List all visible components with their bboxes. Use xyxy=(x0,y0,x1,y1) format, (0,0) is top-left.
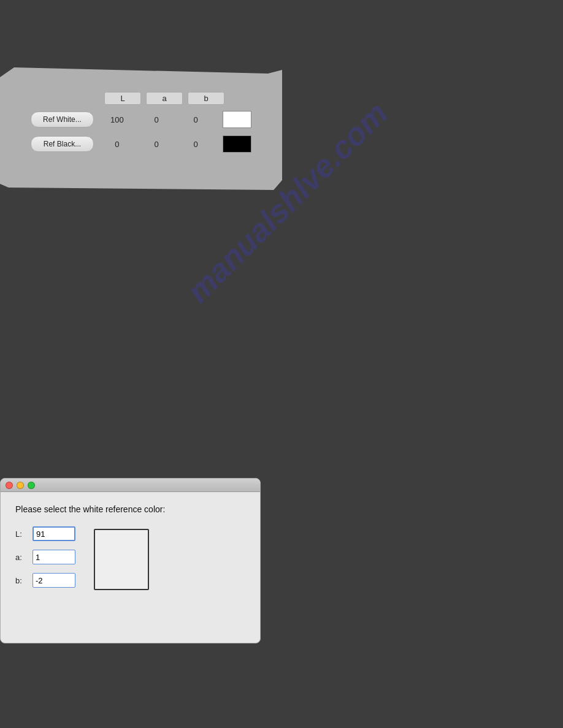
white-reference-dialog: Please select the white reference color:… xyxy=(0,478,261,643)
column-headers: L a b xyxy=(104,92,251,105)
field-label-b: b: xyxy=(15,576,28,585)
field-row-l: L: xyxy=(15,526,75,541)
field-row-b: b: xyxy=(15,573,75,588)
ref-black-b-value: 0 xyxy=(178,140,213,149)
ref-black-a-value: 0 xyxy=(139,140,174,149)
ref-white-b-value: 0 xyxy=(178,115,213,124)
col-header-l: L xyxy=(104,92,141,105)
ref-white-swatch xyxy=(223,111,251,128)
dialog-fields: L: a: b: xyxy=(15,526,245,590)
dialog-body: Please select the white reference color:… xyxy=(1,492,260,600)
dialog-title: Please select the white reference color: xyxy=(15,504,245,514)
field-input-a[interactable] xyxy=(33,550,75,564)
ref-black-button[interactable]: Ref Black... xyxy=(31,136,94,152)
fields-left: L: a: b: xyxy=(15,526,75,588)
ref-white-a-value: 0 xyxy=(139,115,174,124)
field-label-l: L: xyxy=(15,529,28,539)
minimize-button[interactable] xyxy=(17,482,24,489)
field-label-a: a: xyxy=(15,553,28,562)
col-header-a: a xyxy=(146,92,183,105)
maximize-button[interactable] xyxy=(28,482,35,489)
ref-black-row: Ref Black... 0 0 0 xyxy=(31,135,251,153)
field-input-b[interactable] xyxy=(33,573,75,588)
field-input-l[interactable] xyxy=(33,526,75,541)
color-preview-box xyxy=(94,529,149,590)
ref-black-l-value: 0 xyxy=(100,140,134,149)
ref-white-l-value: 100 xyxy=(100,115,134,124)
top-panel: L a b Ref White... 100 0 0 Ref Black... … xyxy=(0,67,282,190)
ref-white-row: Ref White... 100 0 0 xyxy=(31,111,251,128)
close-button[interactable] xyxy=(6,482,13,489)
col-header-b: b xyxy=(188,92,224,105)
ref-white-button[interactable]: Ref White... xyxy=(31,112,94,127)
field-row-a: a: xyxy=(15,550,75,564)
ref-black-swatch xyxy=(223,135,251,153)
dialog-titlebar xyxy=(1,479,260,492)
